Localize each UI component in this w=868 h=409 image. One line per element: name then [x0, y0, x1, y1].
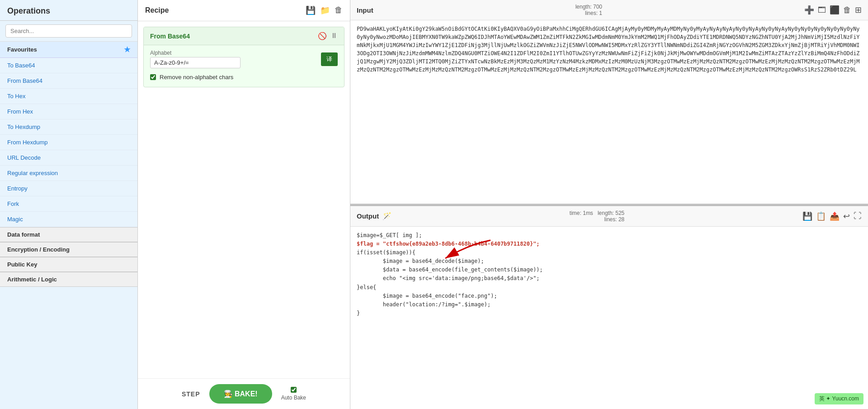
delete-icon[interactable]: 🗑	[335, 5, 343, 15]
input-lines-value: 1	[599, 10, 602, 16]
output-length-label: length:	[598, 210, 614, 216]
pause-icon[interactable]: ⏸	[330, 32, 338, 40]
recipe-card-header: From Base64 🚫 ⏸	[144, 27, 344, 45]
encryption-encoding-header[interactable]: Encryption / Encoding	[0, 242, 137, 257]
search-box	[0, 21, 137, 42]
output-save-icon[interactable]: 💾	[802, 211, 812, 221]
favourites-section[interactable]: Favourites ★	[0, 42, 137, 58]
output-line: }	[357, 309, 862, 318]
from-base64-card: From Base64 🚫 ⏸ Alphabet 译 Remove non-al…	[143, 27, 344, 87]
input-content[interactable]: PD9waHAKLyoKIyAtKi0gY29kaW5nOiBdGYtOCAtK…	[350, 20, 868, 204]
public-key-header[interactable]: Public Key	[0, 257, 137, 272]
input-text: PD9waHAKLyoKIyAtKi0gY29kaW5nOiBdGYtOCAtK…	[357, 26, 860, 73]
recipe-card-body: Alphabet 译 Remove non-alphabet chars	[144, 45, 344, 87]
input-length-value: 700	[593, 4, 602, 10]
output-time-label: time:	[570, 210, 581, 216]
output-lines-label: lines:	[604, 216, 617, 223]
alphabet-row: Alphabet 译	[150, 50, 338, 68]
output-line: $image = base64_encode("face.png");	[357, 292, 862, 300]
output-line: header("location:/?img=".$image);	[357, 300, 862, 309]
op-entropy[interactable]: Entropy	[0, 181, 137, 196]
translate-button[interactable]: 译	[321, 52, 338, 66]
input-layout-icon[interactable]: ⊞	[855, 5, 862, 15]
alphabet-label: Alphabet	[150, 50, 241, 56]
disable-icon[interactable]: 🚫	[318, 32, 327, 40]
output-line: $image = base64_decode($image);	[357, 257, 862, 266]
folder-icon[interactable]: 📁	[320, 5, 330, 15]
output-title-row: Output 🪄	[357, 212, 392, 220]
op-to-hex[interactable]: To Hex	[0, 89, 137, 104]
op-url-decode[interactable]: URL Decode	[0, 150, 137, 166]
recipe-card-icons: 🚫 ⏸	[318, 32, 338, 40]
remove-non-alphabet-checkbox[interactable]	[150, 74, 156, 80]
output-lines-container: $image=$_GET[ img ];$flag = "ctfshow{e89…	[357, 231, 862, 318]
input-header: Input length: 700 lines: 1 ➕ 🗔 ⬛ 🗑 ⊞	[350, 0, 868, 20]
operations-panel: Operations Favourites ★ To Base64 From B…	[0, 0, 138, 409]
input-load-icon[interactable]: ⬛	[830, 5, 840, 15]
output-line: echo "<img src='data:image/png;base64,$d…	[357, 274, 862, 283]
input-window-icon[interactable]: 🗔	[818, 5, 826, 15]
recipe-card-title: From Base64	[150, 33, 190, 40]
remove-non-alphabet-row: Remove non-alphabet chars	[150, 72, 338, 82]
favourites-label: Favourites	[7, 46, 37, 53]
output-header: Output 🪄 time: 1ms length: 525 lines: 28…	[350, 206, 868, 227]
input-clear-icon[interactable]: 🗑	[843, 5, 851, 15]
input-meta: length: 700 lines: 1	[576, 4, 602, 16]
recipe-header-icons: 💾 📁 🗑	[306, 5, 343, 15]
output-meta: time: 1ms length: 525 lines: 28	[570, 210, 624, 223]
output-fullscreen-icon[interactable]: ⛶	[854, 211, 862, 221]
arithmetic-logic-header[interactable]: Arithmetic / Logic	[0, 272, 137, 287]
output-length-value: 525	[615, 210, 624, 216]
output-icons: 💾 📋 📤 ↩ ⛶	[802, 211, 862, 221]
search-input[interactable]	[5, 24, 132, 38]
output-content[interactable]: $image=$_GET[ img ];$flag = "ctfshow{e89…	[350, 227, 868, 409]
output-time-value: 1ms	[583, 210, 593, 216]
operations-title: Operations	[0, 0, 137, 21]
op-to-hexdump[interactable]: To Hexdump	[0, 119, 137, 135]
input-add-icon[interactable]: ➕	[804, 5, 814, 15]
output-lines-value: 28	[618, 216, 624, 223]
output-line: if(isset($image)){	[357, 248, 862, 257]
auto-bake-label: Auto Bake	[281, 395, 306, 401]
op-from-hexdump[interactable]: From Hexdump	[0, 135, 137, 150]
auto-bake-checkbox[interactable]	[291, 387, 297, 393]
output-line: $image=$_GET[ img ];	[357, 231, 862, 240]
recipe-panel: Recipe 💾 📁 🗑 From Base64 🚫 ⏸ Alphabet 译	[138, 0, 350, 409]
op-from-hex[interactable]: From Hex	[0, 104, 137, 119]
op-fork[interactable]: Fork	[0, 196, 137, 212]
input-lines-label: lines:	[585, 10, 598, 16]
step-button[interactable]: STEP	[182, 390, 200, 398]
op-to-base64[interactable]: To Base64	[0, 58, 137, 73]
input-icons: ➕ 🗔 ⬛ 🗑 ⊞	[804, 5, 862, 15]
data-format-header[interactable]: Data format	[0, 227, 137, 242]
alphabet-field-group: Alphabet	[150, 50, 241, 68]
output-copy-icon[interactable]: 📋	[816, 211, 826, 221]
input-area: Input length: 700 lines: 1 ➕ 🗔 ⬛ 🗑 ⊞ PD9…	[350, 0, 868, 204]
auto-bake-col: Auto Bake	[281, 387, 306, 401]
io-panel: Input length: 700 lines: 1 ➕ 🗔 ⬛ 🗑 ⊞ PD9…	[350, 0, 868, 409]
recipe-header: Recipe 💾 📁 🗑	[138, 0, 350, 21]
remove-non-alphabet-label: Remove non-alphabet chars	[160, 74, 233, 81]
output-title: Output	[357, 212, 379, 220]
output-area: Output 🪄 time: 1ms length: 525 lines: 28…	[350, 206, 868, 409]
magic-wand-icon[interactable]: 🪄	[382, 212, 392, 220]
output-line: $data = base64_encode(file_get_contents(…	[357, 266, 862, 274]
output-line: }else{	[357, 283, 862, 292]
bake-button[interactable]: 🧑‍🍳 BAKE!	[209, 384, 272, 404]
output-send-to-input-icon[interactable]: 📤	[830, 211, 840, 221]
recipe-title: Recipe	[145, 6, 169, 14]
bake-row: STEP 🧑‍🍳 BAKE! Auto Bake	[138, 378, 350, 409]
op-magic[interactable]: Magic	[0, 212, 137, 227]
input-length-label: length:	[576, 4, 592, 10]
alphabet-input[interactable]	[150, 57, 241, 68]
op-regular-expression[interactable]: Regular expression	[0, 166, 137, 181]
watermark-text: 英 ✦ Yuucn.com	[819, 395, 859, 403]
op-from-base64[interactable]: From Base64	[0, 73, 137, 89]
input-title: Input	[357, 6, 373, 14]
output-undo-icon[interactable]: ↩	[843, 211, 850, 221]
output-line: $flag = "ctfshow{e89a2eb3-8db6-468b-b4b4…	[357, 240, 862, 248]
save-icon[interactable]: 💾	[306, 5, 316, 15]
watermark: 英 ✦ Yuucn.com	[815, 393, 863, 404]
star-icon: ★	[124, 45, 130, 54]
